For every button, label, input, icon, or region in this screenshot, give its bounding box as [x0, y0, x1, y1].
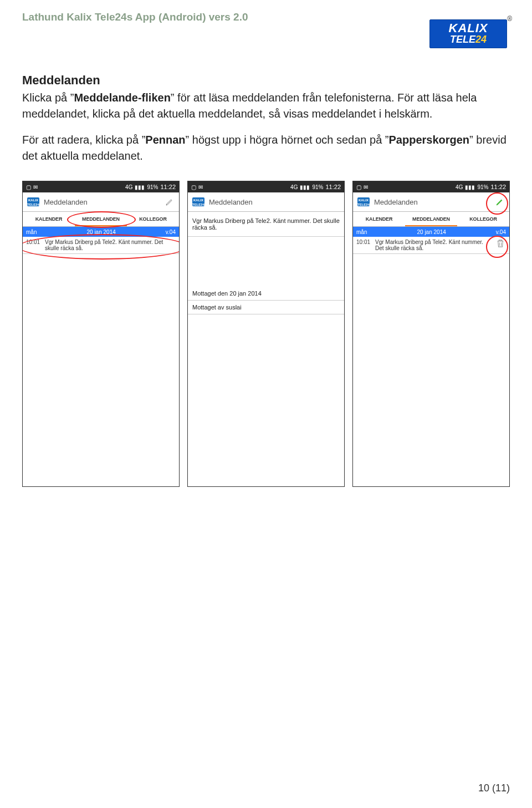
- edit-icon[interactable]: [165, 197, 175, 207]
- app-bar: KALIXTELE24 Meddelanden: [23, 192, 179, 212]
- tab-kalender[interactable]: KALENDER: [353, 212, 405, 226]
- logo-line2-highlight: 24: [475, 34, 487, 45]
- week-label: v.04: [166, 229, 176, 235]
- trash-icon[interactable]: [495, 239, 506, 251]
- gallery-icon: ▢: [191, 184, 196, 190]
- week-label: v.04: [496, 229, 506, 235]
- date-label: 20 jan 2014: [417, 229, 446, 235]
- tab-bar: KALENDER MEDDELANDEN KOLLEGOR: [23, 212, 179, 227]
- app-icon: KALIXTELE24: [27, 197, 39, 206]
- status-bar: ▢ ✉ 4G ▮▮▮ 91% 11:22: [23, 181, 179, 192]
- logo-line2: TELE24: [433, 34, 503, 44]
- sms-icon: ✉: [198, 184, 203, 190]
- page-number: 10 (11): [478, 782, 510, 794]
- message-row[interactable]: 10:01 Vgr Markus Driberg på Tele2. Känt …: [353, 237, 509, 254]
- screenshot-1: ▢ ✉ 4G ▮▮▮ 91% 11:22 KALIXTELE24 Meddela…: [22, 181, 180, 487]
- section-title: Meddelanden: [22, 73, 510, 88]
- tab-kollegor[interactable]: KOLLEGOR: [127, 212, 179, 226]
- status-bar: ▢ ✉ 4G ▮▮▮ 91% 11:22: [353, 181, 509, 192]
- tab-kollegor[interactable]: KOLLEGOR: [457, 212, 509, 226]
- detail-received-by: Mottaget av suslai: [188, 301, 344, 314]
- tab-bar: KALENDER MEDDELANDEN KOLLEGOR: [353, 212, 509, 227]
- p2-bold1: Pennan: [145, 134, 185, 146]
- document-page: Lathund Kalix Tele24s App (Android) vers…: [0, 0, 532, 808]
- detail-message: Vgr Markus Driberg på Tele2. Känt nummer…: [188, 212, 344, 237]
- tab-meddelanden[interactable]: MEDDELANDEN: [405, 212, 457, 226]
- tab-meddelanden[interactable]: MEDDELANDEN: [75, 212, 127, 226]
- message-text: Vgr Markus Driberg på Tele2. Känt nummer…: [45, 239, 176, 251]
- clock: 11:22: [325, 184, 341, 190]
- battery-icon: 91%: [477, 184, 488, 190]
- network-icon: 4G: [125, 184, 132, 190]
- p2-pre: För att radera, klicka på ”: [22, 134, 145, 146]
- edit-icon[interactable]: [495, 197, 505, 207]
- gallery-icon: ▢: [26, 184, 31, 190]
- app-bar: KALIXTELE24 Meddelanden: [188, 192, 344, 212]
- app-title: Meddelanden: [44, 198, 160, 206]
- signal-icon: ▮▮▮: [135, 184, 145, 190]
- message-row[interactable]: 10:01 Vgr Markus Driberg på Tele2. Känt …: [23, 237, 179, 254]
- brand-logo: ® KALIX TELE24: [429, 19, 507, 48]
- signal-icon: ▮▮▮: [300, 184, 310, 190]
- screenshot-2: ▢ ✉ 4G ▮▮▮ 91% 11:22 KALIXTELE24 Meddela…: [187, 181, 345, 487]
- detail-received-date: Mottaget den 20 jan 2014: [188, 287, 344, 301]
- status-bar: ▢ ✉ 4G ▮▮▮ 91% 11:22: [188, 181, 344, 192]
- p1-bold: Meddelande-fliken: [74, 92, 170, 104]
- network-icon: 4G: [456, 184, 463, 190]
- date-row: mån 20 jan 2014 v.04: [353, 227, 509, 237]
- screenshots-row: ▢ ✉ 4G ▮▮▮ 91% 11:22 KALIXTELE24 Meddela…: [22, 181, 510, 487]
- network-icon: 4G: [290, 184, 298, 190]
- message-time: 10:01: [26, 239, 42, 251]
- p2-mid: ” högst upp i högra hörnet och sedan på …: [186, 134, 389, 146]
- clock: 11:22: [160, 184, 176, 190]
- date-row: mån 20 jan 2014 v.04: [23, 227, 179, 237]
- paragraph-1: Klicka på ”Meddelande-fliken” för att lä…: [22, 90, 510, 122]
- gallery-icon: ▢: [356, 184, 361, 190]
- message-text: Vgr Markus Driberg på Tele2. Känt nummer…: [375, 239, 492, 251]
- day-label: mån: [26, 229, 37, 235]
- signal-icon: ▮▮▮: [465, 184, 475, 190]
- app-icon: KALIXTELE24: [192, 197, 204, 206]
- app-title: Meddelanden: [374, 198, 490, 206]
- paragraph-2: För att radera, klicka på ”Pennan” högst…: [22, 132, 510, 164]
- date-label: 20 jan 2014: [87, 229, 116, 235]
- app-bar: KALIXTELE24 Meddelanden: [353, 192, 509, 212]
- p1-pre: Klicka på ”: [22, 92, 74, 104]
- screenshot-3: ▢ ✉ 4G ▮▮▮ 91% 11:22 KALIXTELE24 Meddela…: [352, 181, 510, 487]
- app-title: Meddelanden: [209, 198, 340, 206]
- day-label: mån: [356, 229, 367, 235]
- logo-line1: KALIX: [433, 22, 503, 34]
- sms-icon: ✉: [364, 184, 368, 190]
- battery-icon: 91%: [147, 184, 158, 190]
- clock: 11:22: [490, 184, 506, 190]
- tab-kalender[interactable]: KALENDER: [23, 212, 75, 226]
- registered-icon: ®: [507, 16, 512, 22]
- p2-bold2: Papperskorgen: [388, 134, 469, 146]
- battery-icon: 91%: [312, 184, 323, 190]
- sms-icon: ✉: [33, 184, 38, 190]
- message-time: 10:01: [356, 239, 372, 251]
- app-icon: KALIXTELE24: [357, 197, 370, 206]
- logo-line2-prefix: TELE: [450, 34, 475, 45]
